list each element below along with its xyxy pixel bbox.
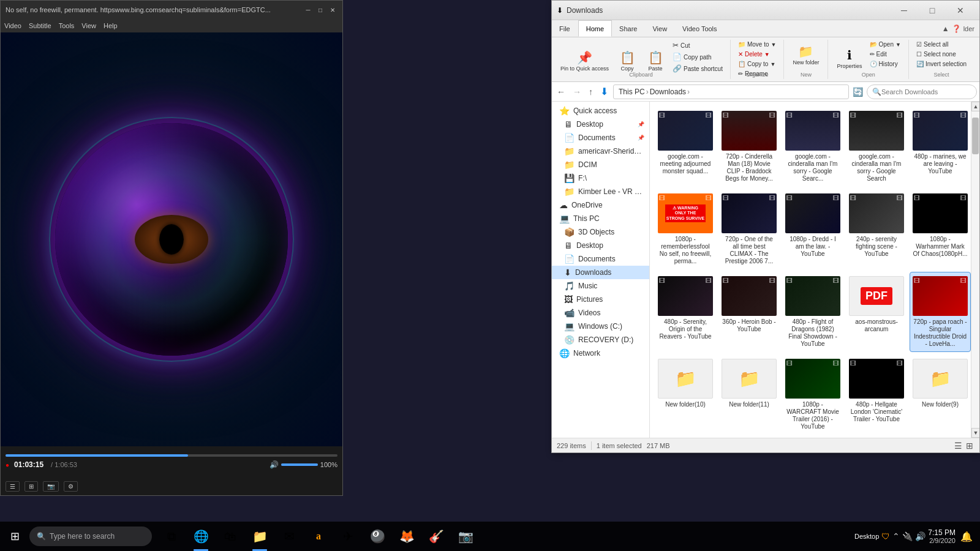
file-item-hellgate[interactable]: 🎞 🎞 480p - Hellgate London 'Cinematic' T… bbox=[846, 354, 907, 435]
minimize-button[interactable]: ─ bbox=[303, 5, 313, 15]
sidebar-item-windows-c[interactable]: 💻 Windows (C:) bbox=[552, 320, 649, 333]
scroll-track[interactable] bbox=[971, 111, 979, 428]
refresh-button[interactable]: 🔄 bbox=[851, 86, 864, 98]
playlist-btn[interactable]: ☰ bbox=[6, 481, 20, 492]
file-item-new-folder-10[interactable]: 📁 New folder(10) bbox=[655, 354, 716, 435]
sidebar-item-desktop-1[interactable]: 🖥 Desktop 📌 bbox=[552, 118, 649, 131]
file-item-remember[interactable]: 🎞 ⚠ WARNINGONLY THESTRONG SURVIVE 🎞 1080… bbox=[655, 189, 716, 269]
tab-file[interactable]: File bbox=[552, 20, 578, 37]
time-block[interactable]: 7:15 PM 2/9/2020 bbox=[928, 528, 956, 544]
sidebar-item-videos[interactable]: 📹 Videos bbox=[552, 306, 649, 320]
file-item-dredd[interactable]: 🎞 🎞 1080p - Dredd - I am the law. - YouT… bbox=[782, 189, 843, 269]
paste-button[interactable]: 📋 Paste bbox=[642, 49, 669, 73]
copy-button[interactable]: 📋 Copy bbox=[614, 49, 641, 73]
maximize-button[interactable]: □ bbox=[315, 5, 325, 15]
taskbar-amazon[interactable]: a bbox=[304, 522, 333, 551]
file-item-google-meeting[interactable]: 🎞 🎞 google.com - meeting adjourned monst… bbox=[655, 107, 716, 187]
sidebar-item-f-drive[interactable]: 💾 F:\ bbox=[552, 171, 649, 185]
menu-help[interactable]: Help bbox=[104, 22, 118, 29]
file-item-flight-dragons[interactable]: 🎞 🎞 480p - Flight of Dragons (1982) Fina… bbox=[782, 272, 843, 352]
file-item-serenity-fight[interactable]: 🎞 🎞 240p - serenity fighting scene - You… bbox=[846, 189, 907, 269]
sidebar-item-kimber[interactable]: 📁 Kimber Lee - VR Pac bbox=[552, 185, 649, 198]
snapshot-btn[interactable]: 📷 bbox=[43, 481, 59, 492]
taskbar-mail[interactable]: ✉ bbox=[274, 522, 304, 551]
start-button[interactable]: ⊞ bbox=[0, 522, 29, 551]
sidebar-item-music[interactable]: 🎵 Music bbox=[552, 279, 649, 293]
file-item-aos-pdf[interactable]: PDF aos-monstrous-arcanum bbox=[846, 272, 907, 352]
frames-btn[interactable]: ⊞ bbox=[24, 481, 38, 492]
file-item-cinderalla-google[interactable]: 🎞 🎞 google.com - cinderalla man I'm sorr… bbox=[846, 107, 907, 187]
sidebar-item-onedrive[interactable]: ☁ OneDrive bbox=[552, 198, 649, 212]
taskbar-camera[interactable]: 📷 bbox=[451, 522, 480, 551]
edit-button[interactable]: ✏ Edit bbox=[867, 50, 903, 59]
volume-bar[interactable] bbox=[281, 463, 318, 466]
large-icons-view-button[interactable]: ⊞ bbox=[965, 441, 974, 451]
tab-home[interactable]: Home bbox=[578, 20, 612, 37]
cut-button[interactable]: ✂ Cut bbox=[670, 40, 725, 51]
taskbar-taskview[interactable]: ⧉ bbox=[157, 522, 186, 551]
ribbon-collapse[interactable]: ▲ bbox=[942, 24, 949, 33]
progress-bar[interactable] bbox=[6, 454, 337, 457]
copy-path-button[interactable]: 📄 Copy path bbox=[670, 51, 725, 62]
sidebar-item-downloads[interactable]: ⬇ Downloads bbox=[552, 266, 649, 279]
taskbar-edge[interactable]: 🌐 bbox=[186, 522, 216, 551]
sidebar-item-quick-access[interactable]: ⭐ Quick access bbox=[552, 104, 649, 118]
sidebar-item-documents-1[interactable]: 📄 Documents 📌 bbox=[552, 131, 649, 144]
taskbar-search-input[interactable] bbox=[50, 532, 141, 541]
notification-button[interactable]: 🔔 bbox=[958, 528, 975, 545]
menu-subtitle[interactable]: Subtitle bbox=[29, 22, 51, 29]
taskbar-store[interactable]: 🛍 bbox=[216, 522, 245, 551]
close-button[interactable]: ✕ bbox=[328, 5, 337, 15]
sidebar-item-desktop-2[interactable]: 🖥 Desktop bbox=[552, 239, 649, 252]
tab-share[interactable]: Share bbox=[612, 20, 645, 37]
file-item-papa-roach[interactable]: 🎞 🎞 720p - papa roach - Singular Indestr… bbox=[910, 272, 971, 352]
properties-button[interactable]: ℹ Properties bbox=[833, 47, 865, 71]
explorer-minimize[interactable]: ─ bbox=[890, 1, 918, 20]
history-button[interactable]: 🕐 History bbox=[867, 59, 903, 69]
select-none-button[interactable]: ☐ Select none bbox=[914, 50, 969, 59]
scroll-down-button[interactable]: ▼ bbox=[971, 428, 979, 438]
menu-tools[interactable]: Tools bbox=[59, 22, 75, 29]
delete-button[interactable]: ✕ Delete ▼ bbox=[736, 50, 779, 59]
details-view-button[interactable]: ☰ bbox=[953, 441, 963, 451]
file-item-cinderella-man[interactable]: 🎞 🎞 720p - Cinderella Man (18) Movie CLI… bbox=[718, 107, 780, 187]
sidebar-item-dcim[interactable]: 📁 DCIM bbox=[552, 158, 649, 171]
media-content[interactable] bbox=[1, 32, 342, 446]
pin-to-quick-button[interactable]: 📌 Pin to Quick access bbox=[557, 49, 612, 73]
search-input[interactable] bbox=[881, 88, 971, 96]
menu-view[interactable]: View bbox=[81, 22, 96, 29]
taskbar-explorer[interactable]: 📁 bbox=[245, 522, 274, 551]
file-item-heroin-bob[interactable]: 🎞 🎞 360p - Heroin Bob - YouTube bbox=[718, 272, 780, 352]
settings-small-btn[interactable]: ⚙ bbox=[64, 481, 78, 492]
sidebar-item-americavr[interactable]: 📁 americavr-Sheridan. bbox=[552, 144, 649, 158]
tab-video-tools[interactable]: Video Tools bbox=[675, 20, 725, 37]
file-item-new-folder-9[interactable]: 📁 New folder(9) bbox=[910, 354, 971, 435]
file-item-cinderalla-sorry[interactable]: 🎞 🎞 google.com - cinderalla man I'm sorr… bbox=[782, 107, 843, 187]
sidebar-item-documents-2[interactable]: 📄 Documents bbox=[552, 252, 649, 266]
invert-selection-button[interactable]: 🔄 Invert selection bbox=[914, 59, 969, 69]
sidebar-item-3dobjects[interactable]: 📦 3D Objects bbox=[552, 225, 649, 239]
select-all-button[interactable]: ☑ Select all bbox=[914, 40, 969, 49]
copy-to-button[interactable]: 📋 Copy to ▼ bbox=[736, 59, 779, 69]
file-item-new-folder-11[interactable]: 📁 New folder(11) bbox=[718, 354, 780, 435]
taskbar-search[interactable]: 🔍 bbox=[29, 527, 152, 546]
file-item-warcraft[interactable]: 🎞 🎞 1080p - WARCRAFT Movie Trailer (2016… bbox=[782, 354, 843, 435]
new-folder-button[interactable]: 📁 New folder bbox=[789, 43, 823, 67]
taskbar-vlc[interactable]: 🎸 bbox=[421, 522, 451, 551]
taskbar-firefox[interactable]: 🦊 bbox=[392, 522, 421, 551]
explorer-maximize[interactable]: □ bbox=[918, 1, 946, 20]
search-box-container[interactable]: 🔍 bbox=[867, 84, 977, 99]
help-button[interactable]: ❓ bbox=[952, 24, 961, 33]
explorer-close[interactable]: ✕ bbox=[946, 1, 974, 20]
file-item-prestige[interactable]: 🎞 🎞 720p - One of the all time best CLIM… bbox=[718, 189, 780, 269]
sidebar-item-this-pc[interactable]: 💻 This PC bbox=[552, 212, 649, 225]
caret-icon[interactable]: ⌃ bbox=[892, 531, 900, 541]
file-item-warhammer[interactable]: 🎞 🎞 1080p - Warhammer Mark Of Chaos(1080… bbox=[910, 189, 971, 269]
tab-view[interactable]: View bbox=[645, 20, 675, 37]
scroll-up-button[interactable]: ▲ bbox=[971, 102, 979, 111]
menu-video[interactable]: Video bbox=[4, 22, 21, 29]
taskbar-opera-gx[interactable]: 🎱 bbox=[363, 522, 392, 551]
file-item-marines[interactable]: 🎞 🎞 480p - marines, we are leaving - You… bbox=[910, 107, 971, 187]
file-item-serenity-origin[interactable]: 🎞 🎞 480p - Serenity, Origin of the Reave… bbox=[655, 272, 716, 352]
sidebar-item-recovery-d[interactable]: 💿 RECOVERY (D:) bbox=[552, 333, 649, 347]
